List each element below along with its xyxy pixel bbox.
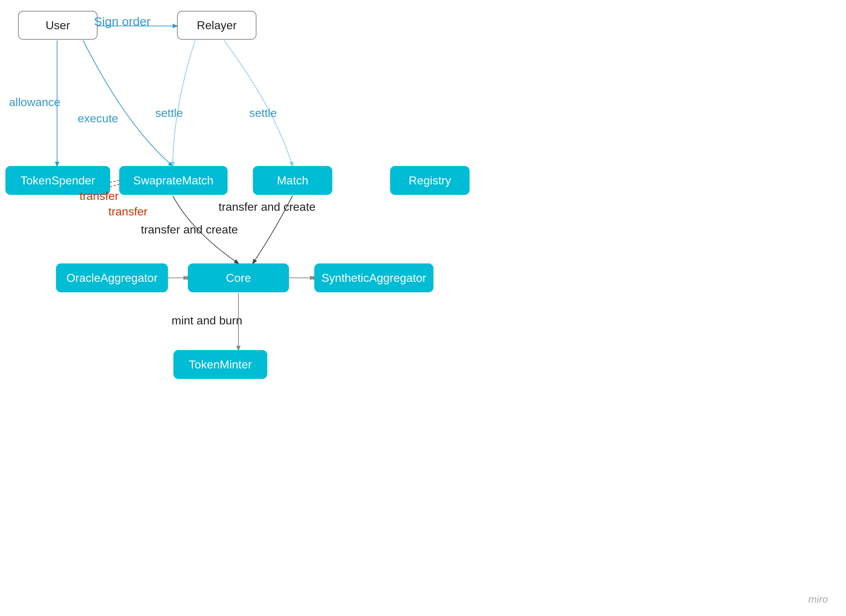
label-execute: execute [78, 112, 118, 125]
label-transfer2: transfer [108, 205, 147, 219]
node-core-label: Core [226, 271, 251, 285]
node-swaprate-match-label: SwaprateMatch [133, 174, 213, 187]
node-registry-label: Registry [409, 174, 451, 187]
label-transfer1: transfer [79, 189, 118, 203]
node-swaprate-match: SwaprateMatch [119, 166, 228, 195]
label-transfer-create2: transfer and create [219, 200, 316, 214]
node-relayer: Relayer [177, 11, 256, 40]
node-user-label: User [46, 19, 70, 32]
node-registry: Registry [390, 166, 469, 195]
label-mint-and-burn: mint and burn [172, 314, 243, 327]
node-synthetic-aggregator-label: SyntheticAggregator [321, 271, 426, 285]
node-token-minter: TokenMinter [174, 350, 267, 379]
node-match-label: Match [277, 174, 308, 187]
label-transfer-create1: transfer and create [141, 223, 238, 236]
node-token-spender-label: TokenSpender [21, 174, 95, 187]
label-settle1: settle [155, 106, 183, 120]
miro-watermark: miro [808, 594, 828, 605]
label-sign-order: Sign order [94, 15, 151, 28]
node-oracle-aggregator-label: OracleAggregator [66, 271, 158, 285]
arrows-svg [0, 0, 846, 616]
node-token-minter-label: TokenMinter [189, 358, 252, 371]
node-oracle-aggregator: OracleAggregator [56, 263, 168, 292]
node-match: Match [253, 166, 333, 195]
label-allowance: allowance [9, 95, 60, 109]
diagram-container: User Relayer TokenSpender SwaprateMatch … [0, 0, 846, 616]
node-user: User [18, 11, 97, 40]
node-relayer-label: Relayer [197, 19, 237, 32]
label-settle2: settle [249, 106, 277, 120]
node-synthetic-aggregator: SyntheticAggregator [314, 263, 434, 292]
node-core: Core [188, 263, 289, 292]
